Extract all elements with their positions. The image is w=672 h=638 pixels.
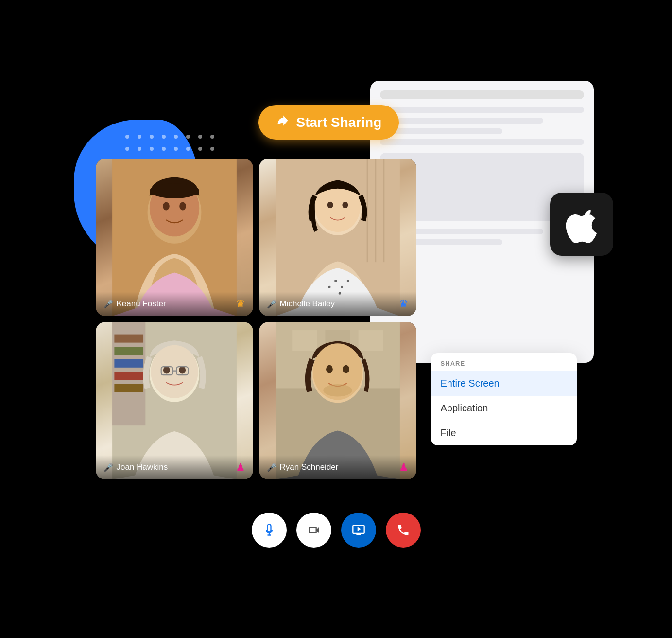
share-dropdown-header: SHARE	[431, 353, 577, 371]
svg-point-59	[163, 202, 170, 211]
mockup-address-bar	[380, 90, 584, 99]
svg-rect-64	[375, 159, 376, 262]
mic-icon-joan: 🎤	[103, 463, 113, 472]
mockup-line-2	[380, 118, 543, 124]
mic-icon-keanu: 🎤	[103, 300, 113, 309]
svg-rect-80	[114, 372, 143, 380]
start-sharing-button[interactable]: Start Sharing	[258, 105, 399, 140]
svg-point-12	[174, 147, 178, 151]
svg-point-1	[138, 135, 141, 139]
badge-keanu: ♛	[236, 298, 245, 310]
svg-point-74	[342, 202, 348, 209]
apple-logo-icon	[566, 205, 597, 243]
tile-name-michelle: 🎤 Michelle Bailey	[267, 299, 335, 309]
svg-point-73	[327, 202, 333, 209]
share-dropdown: SHARE Entire Screen Application File	[431, 353, 577, 445]
svg-point-96	[326, 365, 333, 373]
tile-footer-ryan: 🎤 Ryan Schneider ♟	[259, 455, 416, 479]
mockup-line-1	[380, 107, 584, 113]
svg-point-85	[179, 366, 186, 373]
svg-point-60	[179, 202, 186, 211]
svg-point-2	[150, 135, 154, 139]
control-bar	[252, 513, 421, 548]
svg-point-97	[343, 365, 349, 373]
video-tile-ryan: 🎤 Ryan Schneider ♟	[259, 322, 416, 479]
svg-point-14	[198, 147, 202, 151]
svg-rect-79	[114, 359, 143, 368]
svg-point-3	[162, 135, 166, 139]
svg-point-13	[186, 147, 190, 151]
tile-footer-michelle: 🎤 Michelle Bailey ♛	[259, 292, 416, 316]
tile-name-keanu: 🎤 Keanu Foster	[103, 299, 166, 309]
svg-point-6	[198, 135, 202, 139]
share-option-file[interactable]: File	[431, 421, 577, 445]
screen-share-button[interactable]	[341, 513, 376, 548]
svg-point-7	[210, 135, 214, 139]
microphone-button[interactable]	[252, 513, 287, 548]
svg-rect-77	[114, 335, 143, 343]
svg-point-5	[186, 135, 190, 139]
start-sharing-label: Start Sharing	[296, 115, 382, 130]
svg-point-15	[210, 147, 214, 151]
svg-point-67	[328, 286, 330, 288]
badge-ryan: ♟	[399, 461, 409, 474]
mockup-line-4	[380, 139, 584, 145]
mic-icon-michelle: 🎤	[267, 300, 276, 309]
svg-rect-81	[114, 384, 143, 392]
svg-point-68	[334, 280, 337, 282]
svg-point-8	[125, 147, 129, 151]
camera-button[interactable]	[296, 513, 331, 548]
video-grid: 🎤 Keanu Foster ♛	[96, 159, 416, 479]
end-call-button[interactable]	[386, 513, 421, 548]
tile-footer-joan: 🎤 Joan Hawkins ♟	[96, 455, 253, 479]
tile-footer-keanu: 🎤 Keanu Foster ♛	[96, 292, 253, 316]
svg-point-69	[340, 286, 343, 288]
svg-point-10	[150, 147, 154, 151]
svg-rect-78	[114, 347, 143, 355]
svg-point-70	[346, 280, 349, 282]
apple-logo-card	[550, 193, 613, 256]
share-option-application[interactable]: Application	[431, 396, 577, 421]
video-tile-keanu: 🎤 Keanu Foster ♛	[96, 159, 253, 316]
video-tile-joan: 🎤 Joan Hawkins ♟	[96, 322, 253, 479]
svg-point-11	[162, 147, 166, 151]
svg-point-61	[149, 183, 199, 198]
svg-rect-65	[383, 159, 384, 262]
svg-rect-91	[292, 330, 317, 351]
svg-point-4	[174, 135, 178, 139]
share-option-entire-screen[interactable]: Entire Screen	[431, 371, 577, 396]
svg-rect-93	[358, 330, 383, 351]
svg-point-83	[151, 345, 198, 398]
svg-point-98	[323, 384, 352, 397]
mockup-line-3	[380, 128, 502, 134]
share-icon	[276, 114, 290, 131]
video-tile-michelle: 🎤 Michelle Bailey ♛	[259, 159, 416, 316]
tile-name-ryan: 🎤 Ryan Schneider	[267, 462, 339, 472]
mic-icon-ryan: 🎤	[267, 463, 276, 472]
tile-name-joan: 🎤 Joan Hawkins	[103, 462, 168, 472]
badge-joan: ♟	[236, 461, 245, 474]
svg-point-9	[138, 147, 141, 151]
svg-point-0	[125, 135, 129, 139]
badge-michelle: ♛	[399, 298, 409, 310]
svg-point-84	[163, 366, 170, 373]
